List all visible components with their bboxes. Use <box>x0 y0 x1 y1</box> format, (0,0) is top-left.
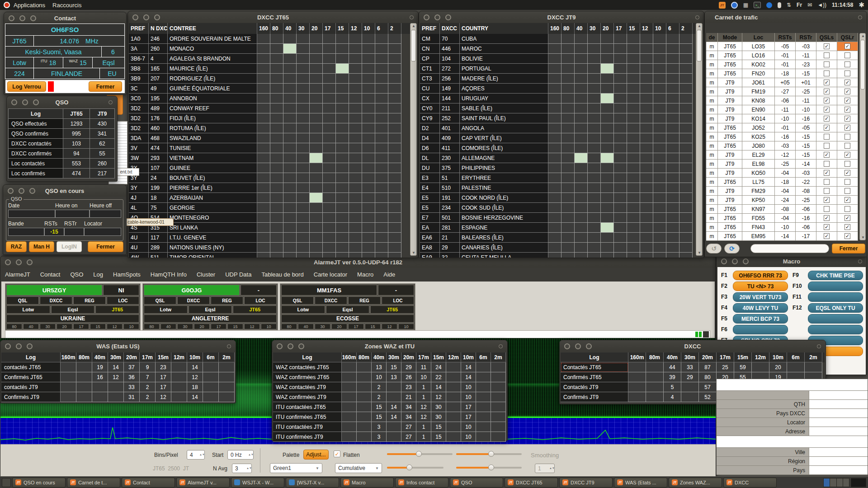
menu-contact[interactable]: Contact <box>40 271 61 278</box>
checkbox-checked[interactable]: ✓ <box>824 125 830 131</box>
qsl-checkbox-cell[interactable]: ✓ <box>816 150 837 160</box>
taskbar-item-dxcc[interactable]: JTDXCC <box>723 478 777 488</box>
log-row[interactable]: mJT65KO02-01-23 <box>706 60 858 69</box>
log-row[interactable]: mJT65KO25-16-15 <box>706 132 858 141</box>
smoothing-stepper[interactable]: 1 <box>535 464 555 473</box>
taskbar-item-infos-contact[interactable]: JTInfos contact <box>395 478 448 488</box>
log-row[interactable]: mJT9KN08-06-11✓✓ <box>706 96 858 105</box>
infos-top-field[interactable] <box>717 379 868 391</box>
maximize-icon[interactable] <box>743 258 749 264</box>
log-row[interactable]: mJT9KO50-04-03✓✓ <box>706 169 858 178</box>
infos-field[interactable] <box>809 466 868 474</box>
table-row[interactable]: E7501BOSNIE HERZEGOVINE <box>420 213 703 223</box>
macro-button-F1[interactable]: OH6FSO RRR 73 <box>733 271 788 280</box>
close-icon[interactable] <box>5 259 11 265</box>
taskbar-item-contact[interactable]: JTContact <box>122 478 175 488</box>
table-row[interactable]: 4W511TIMOR ORIENTAL <box>129 253 417 258</box>
heure-off-field[interactable] <box>90 210 121 218</box>
cells-tray-icon[interactable]: ▦ <box>743 2 748 8</box>
taskbar-item--wsjt-x-v-[interactable]: [WSJT-X v... <box>286 478 339 488</box>
column-header[interactable]: Loc <box>742 33 775 42</box>
table-row[interactable]: EA829CANARIES (ÎLE) <box>420 243 703 253</box>
menu-cluster[interactable]: Cluster <box>197 271 215 278</box>
table-row[interactable]: CT1272PORTUGAL <box>420 64 703 74</box>
login-button[interactable]: LogIN <box>57 241 82 252</box>
checkbox[interactable] <box>844 52 850 58</box>
applications-menu[interactable]: Applications <box>14 2 45 9</box>
checkbox-checked[interactable]: ✓ <box>824 80 830 85</box>
log-column-header[interactable]: Log <box>1 352 61 362</box>
raccourcis-menu[interactable]: Raccourcis <box>52 2 81 9</box>
band-column-header[interactable]: 10 <box>362 23 375 34</box>
maximize-icon[interactable] <box>33 99 39 105</box>
checkbox[interactable] <box>844 206 850 212</box>
close-icon[interactable] <box>8 188 14 194</box>
band-column-header[interactable]: 15m <box>156 352 171 362</box>
table-row[interactable]: CY0211SABLE (ÎLE) <box>420 103 703 113</box>
table-row[interactable]: CM70CUBA <box>420 34 703 44</box>
maximize-icon[interactable] <box>29 188 35 194</box>
qsl-checkbox-cell[interactable]: ✓ <box>837 214 858 223</box>
log-row[interactable]: mJT65JO52-01-05✓✓ <box>706 123 858 132</box>
minimize-icon[interactable] <box>288 343 293 349</box>
maximize-icon[interactable] <box>27 343 33 349</box>
table-row[interactable]: 3B8165MAURICE (ÎLE) <box>129 64 417 74</box>
macro-button-F6[interactable] <box>733 325 788 334</box>
table-row[interactable]: 4U289NATIONS UNIES (NY) <box>129 243 417 253</box>
minimize-icon[interactable] <box>575 343 581 349</box>
band-column-header[interactable]: 2m <box>491 352 506 362</box>
checkbox[interactable] <box>824 143 830 149</box>
table-row[interactable]: 3B9207RODRIGUEZ (ÎLE) <box>129 74 417 84</box>
checkbox[interactable] <box>824 61 830 67</box>
dxcc-jt9-scrollbar[interactable] <box>696 23 703 256</box>
carnet-search-field[interactable] <box>750 244 829 253</box>
checkbox-checked[interactable]: ✓ <box>824 116 830 122</box>
band-column-header[interactable]: 160 <box>548 23 561 34</box>
band-column-header[interactable]: 15 <box>627 23 640 34</box>
log-row[interactable]: mJT9FM19-27-25✓✓ <box>706 87 858 96</box>
distro-logo-icon[interactable] <box>4 2 10 8</box>
table-row[interactable]: CX144URUGUAY <box>420 94 703 103</box>
minimize-icon[interactable] <box>19 15 25 21</box>
window-menu-icon[interactable] <box>499 344 503 348</box>
gain-slider-2[interactable] <box>387 465 443 470</box>
panel-button-lotw[interactable]: Lotw <box>281 305 325 314</box>
band-column-header[interactable]: 80 <box>561 23 575 34</box>
band-column-header[interactable]: 160m <box>628 352 646 362</box>
qsl-checkbox-cell[interactable] <box>816 160 837 169</box>
rstr-field[interactable] <box>64 228 84 236</box>
column-header[interactable]: RSTr <box>796 33 816 42</box>
window-menu-icon[interactable] <box>410 15 414 19</box>
log-row[interactable]: mJT65LO35-05-03✓✓ <box>706 42 858 51</box>
qsl-checkbox-cell[interactable] <box>837 132 858 141</box>
table-row[interactable]: E5191COOK NORD (ÎLE) <box>420 193 703 203</box>
menu-qso[interactable]: QSO <box>70 271 83 278</box>
table-row[interactable]: EA621BALEARES (ÎLE) <box>420 233 703 243</box>
table-row[interactable]: 3D2489CONWAY REEF <box>129 103 417 113</box>
log-row[interactable]: mJT9FM29-04-08 <box>706 187 858 196</box>
rsts-field[interactable]: -15 <box>44 228 64 236</box>
qsl-checkbox-cell[interactable]: ✓ <box>837 223 858 232</box>
table-row[interactable]: EA932CEUTA ET MELILLA <box>420 253 703 258</box>
checkbox-checked[interactable]: ✓ <box>824 152 830 158</box>
band-column-header[interactable]: 10m <box>769 352 787 362</box>
qsl-checkbox-cell[interactable] <box>837 60 858 69</box>
menu-log[interactable]: Log <box>93 271 103 278</box>
stats-row[interactable]: contactés JT6519143792314 <box>1 362 235 372</box>
zero-slider-2[interactable] <box>456 465 522 470</box>
maximize-icon[interactable] <box>30 15 36 21</box>
checkbox[interactable] <box>844 143 850 149</box>
table-row[interactable]: 4U117I.T.U. GENEVE <box>129 233 417 243</box>
table-row[interactable]: 3DA468SWAZILAND <box>129 133 417 143</box>
gain-slider-1[interactable] <box>387 451 453 457</box>
log-row[interactable]: mJT9EN90-11-10✓✓ <box>706 105 858 114</box>
date-field[interactable] <box>8 210 55 218</box>
window-menu-icon[interactable] <box>817 344 821 348</box>
stats-row[interactable]: Contactés JT65443387255920 <box>561 362 825 372</box>
alarmejt-tray-icon[interactable]: JT <box>719 2 726 9</box>
maximize-icon[interactable] <box>27 259 33 265</box>
band-column-header[interactable]: 17 <box>323 23 336 34</box>
microphone-tray-icon[interactable] <box>778 2 781 8</box>
qsl-checkbox-cell[interactable]: ✓ <box>837 42 858 51</box>
dxcc-jt65-titlebar[interactable]: DXCC JT65 <box>128 11 418 23</box>
